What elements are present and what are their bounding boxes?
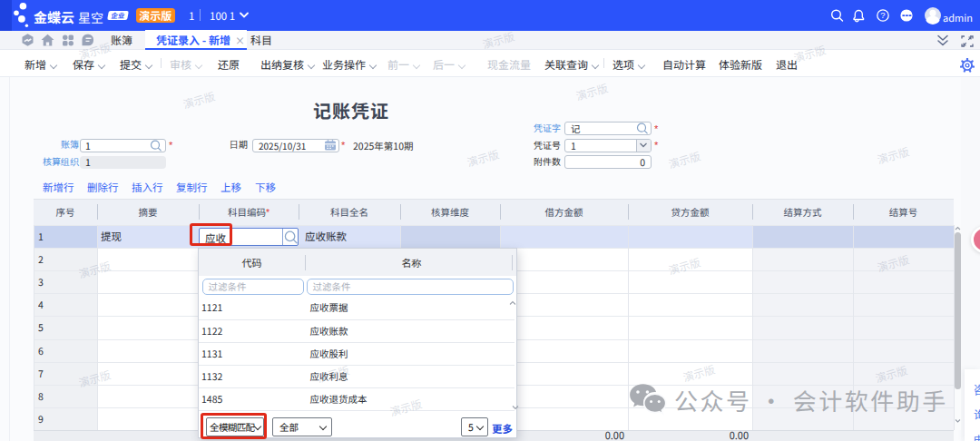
svg-text:?: ? [880, 10, 885, 20]
